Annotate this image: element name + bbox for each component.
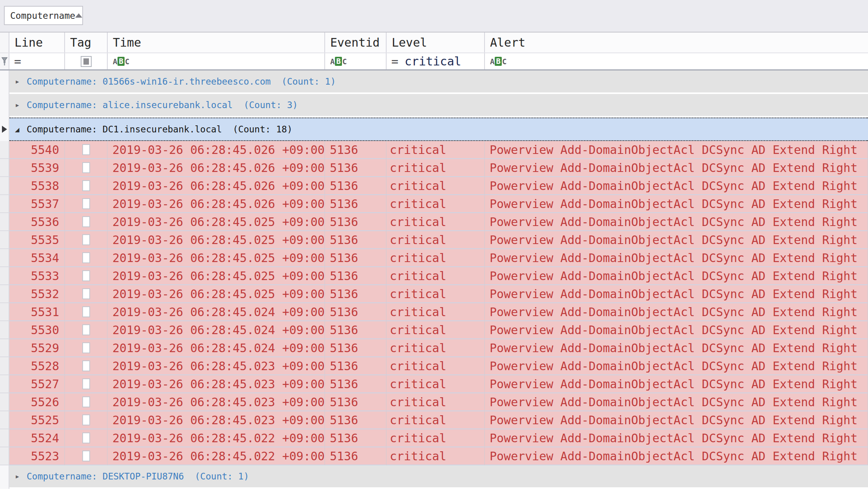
tag-checkbox[interactable]	[82, 342, 90, 353]
cell-level[interactable]: critical	[387, 339, 485, 357]
cell-time[interactable]: 2019-03-26 06:28:45.026 +09:00	[108, 159, 325, 177]
tag-checkbox[interactable]	[82, 396, 90, 407]
cell-line[interactable]: 5537	[9, 195, 65, 213]
contains-filter-icon[interactable]: ABC	[330, 57, 347, 66]
group-row[interactable]: ◢Computername: DC1.insecurebank.local (C…	[0, 118, 868, 141]
cell-time[interactable]: 2019-03-26 06:28:45.024 +09:00	[108, 321, 325, 339]
filter-cell-time[interactable]: ABC	[108, 53, 325, 69]
column-header-time[interactable]: Time	[108, 33, 325, 52]
group-row-content[interactable]: ▸Computername: DESKTOP-PIU87N6 (Count: 1…	[9, 465, 868, 489]
equals-filter-icon[interactable]: =	[387, 54, 398, 68]
cell-time[interactable]: 2019-03-26 06:28:45.026 +09:00	[108, 195, 325, 213]
cell-tag[interactable]	[65, 285, 108, 303]
cell-tag[interactable]	[65, 249, 108, 267]
expand-group-icon[interactable]: ▸	[15, 100, 27, 110]
tag-checkbox[interactable]	[82, 144, 90, 155]
contains-filter-icon[interactable]: ABC	[490, 57, 506, 66]
cell-line[interactable]: 5530	[9, 321, 65, 339]
cell-eventid[interactable]: 5136	[325, 375, 387, 393]
data-row[interactable]: 55242019-03-26 06:28:45.022 +09:005136cr…	[0, 429, 868, 447]
cell-tag[interactable]	[65, 159, 108, 177]
cell-level[interactable]: critical	[387, 375, 485, 393]
cell-eventid[interactable]: 5136	[325, 357, 387, 375]
cell-line[interactable]: 5524	[9, 429, 65, 447]
data-row[interactable]: 55382019-03-26 06:28:45.026 +09:005136cr…	[0, 177, 868, 195]
cell-level[interactable]: critical	[387, 285, 485, 303]
cell-alert[interactable]: Powerview Add-DomainObjectAcl DCSync AD …	[485, 195, 868, 213]
data-row[interactable]: 55352019-03-26 06:28:45.025 +09:005136cr…	[0, 231, 868, 249]
cell-alert[interactable]: Powerview Add-DomainObjectAcl DCSync AD …	[485, 429, 868, 447]
cell-level[interactable]: critical	[387, 195, 485, 213]
cell-alert[interactable]: Powerview Add-DomainObjectAcl DCSync AD …	[485, 411, 868, 429]
column-header-line[interactable]: Line	[9, 33, 65, 52]
cell-time[interactable]: 2019-03-26 06:28:45.022 +09:00	[108, 447, 325, 465]
data-row[interactable]: 55362019-03-26 06:28:45.025 +09:005136cr…	[0, 213, 868, 231]
data-row[interactable]: 55372019-03-26 06:28:45.026 +09:005136cr…	[0, 195, 868, 213]
tag-checkbox[interactable]	[82, 324, 90, 335]
cell-level[interactable]: critical	[387, 393, 485, 411]
cell-tag[interactable]	[65, 303, 108, 321]
cell-line[interactable]: 5532	[9, 285, 65, 303]
cell-alert[interactable]: Powerview Add-DomainObjectAcl DCSync AD …	[485, 375, 868, 393]
data-row[interactable]: 55252019-03-26 06:28:45.023 +09:005136cr…	[0, 411, 868, 429]
data-row[interactable]: 55282019-03-26 06:28:45.023 +09:005136cr…	[0, 357, 868, 375]
auto-filter-row[interactable]: = ABC ABC = critical ABC	[0, 53, 868, 71]
cell-eventid[interactable]: 5136	[325, 141, 387, 159]
cell-time[interactable]: 2019-03-26 06:28:45.026 +09:00	[108, 141, 325, 159]
data-row[interactable]: 55332019-03-26 06:28:45.025 +09:005136cr…	[0, 267, 868, 285]
level-filter-value[interactable]: critical	[405, 54, 461, 68]
cell-eventid[interactable]: 5136	[325, 195, 387, 213]
cell-time[interactable]: 2019-03-26 06:28:45.026 +09:00	[108, 177, 325, 195]
cell-alert[interactable]: Powerview Add-DomainObjectAcl DCSync AD …	[485, 159, 868, 177]
cell-line[interactable]: 5529	[9, 339, 65, 357]
expand-group-icon[interactable]: ▸	[15, 472, 27, 481]
cell-time[interactable]: 2019-03-26 06:28:45.025 +09:00	[108, 231, 325, 249]
cell-alert[interactable]: Powerview Add-DomainObjectAcl DCSync AD …	[485, 231, 868, 249]
cell-alert[interactable]: Powerview Add-DomainObjectAcl DCSync AD …	[485, 267, 868, 285]
cell-tag[interactable]	[65, 375, 108, 393]
cell-eventid[interactable]: 5136	[325, 213, 387, 231]
data-row[interactable]: 55392019-03-26 06:28:45.026 +09:005136cr…	[0, 159, 868, 177]
cell-line[interactable]: 5533	[9, 267, 65, 285]
cell-level[interactable]: critical	[387, 159, 485, 177]
cell-eventid[interactable]: 5136	[325, 159, 387, 177]
cell-tag[interactable]	[65, 321, 108, 339]
data-row[interactable]: 55232019-03-26 06:28:45.022 +09:005136cr…	[0, 447, 868, 465]
column-header-tag[interactable]: Tag	[65, 33, 108, 52]
tag-checkbox[interactable]	[82, 198, 90, 209]
cell-level[interactable]: critical	[387, 267, 485, 285]
cell-eventid[interactable]: 5136	[325, 339, 387, 357]
cell-level[interactable]: critical	[387, 213, 485, 231]
cell-level[interactable]: critical	[387, 177, 485, 195]
cell-line[interactable]: 5538	[9, 177, 65, 195]
cell-tag[interactable]	[65, 429, 108, 447]
cell-time[interactable]: 2019-03-26 06:28:45.025 +09:00	[108, 267, 325, 285]
cell-line[interactable]: 5523	[9, 447, 65, 465]
group-row[interactable]: ▸Computername: alice.insecurebank.local …	[0, 94, 868, 118]
cell-level[interactable]: critical	[387, 357, 485, 375]
cell-line[interactable]: 5536	[9, 213, 65, 231]
filter-cell-line[interactable]: =	[9, 53, 65, 69]
cell-level[interactable]: critical	[387, 447, 485, 465]
cell-eventid[interactable]: 5136	[325, 411, 387, 429]
cell-line[interactable]: 5534	[9, 249, 65, 267]
data-row[interactable]: 55402019-03-26 06:28:45.026 +09:005136cr…	[0, 141, 868, 159]
group-row-content[interactable]: ▸Computername: 01566s-win16-ir.threebees…	[9, 71, 868, 94]
cell-line[interactable]: 5535	[9, 231, 65, 249]
checkbox-filter-icon[interactable]	[81, 56, 92, 67]
cell-eventid[interactable]: 5136	[325, 231, 387, 249]
cell-tag[interactable]	[65, 231, 108, 249]
cell-time[interactable]: 2019-03-26 06:28:45.023 +09:00	[108, 411, 325, 429]
group-row[interactable]: ▸Computername: DESKTOP-PIU87N6 (Count: 1…	[0, 465, 868, 489]
tag-checkbox[interactable]	[82, 270, 90, 281]
column-header-alert[interactable]: Alert	[485, 33, 868, 52]
cell-alert[interactable]: Powerview Add-DomainObjectAcl DCSync AD …	[485, 213, 868, 231]
tag-checkbox[interactable]	[82, 216, 90, 227]
cell-level[interactable]: critical	[387, 231, 485, 249]
cell-tag[interactable]	[65, 357, 108, 375]
cell-eventid[interactable]: 5136	[325, 321, 387, 339]
cell-eventid[interactable]: 5136	[325, 393, 387, 411]
expand-group-icon[interactable]: ▸	[15, 77, 27, 86]
collapse-group-icon[interactable]: ◢	[15, 125, 27, 134]
column-header-eventid[interactable]: Eventid	[325, 33, 387, 52]
